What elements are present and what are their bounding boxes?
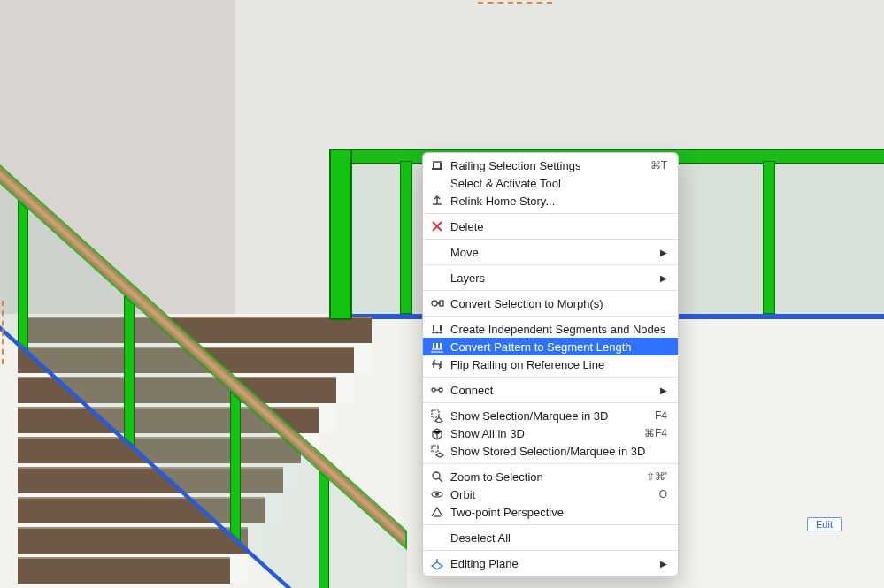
svg-rect-16 (432, 446, 438, 452)
menu-item-label: Show All in 3D (450, 427, 635, 440)
menu-item-editing-plane-submenu[interactable]: Editing Plane▶ (423, 554, 678, 572)
svg-point-14 (439, 388, 442, 392)
zoom-icon (430, 470, 444, 484)
menu-item-two-point-perspective[interactable]: Two-point Perspective (423, 503, 678, 521)
menu-item-label: Convert Selection to Morph(s) (450, 297, 667, 310)
svg-point-5 (433, 332, 435, 334)
menu-item-label: Layers (450, 271, 651, 285)
connect-icon (430, 383, 444, 397)
viewport-3d[interactable]: Edit Railing Selection Settings⌘TSelect … (0, 0, 884, 588)
svg-rect-2 (440, 163, 442, 168)
svg-rect-4 (440, 301, 443, 306)
menu-separator (423, 377, 678, 378)
svg-rect-12 (440, 343, 442, 348)
menu-item-convert-pattern-to-segment[interactable]: Convert Pattern to Segment Length (423, 338, 678, 355)
submenu-arrow-icon: ▶ (660, 248, 667, 257)
menu-item-show-selection-3d[interactable]: Show Selection/Marquee in 3DF4 (423, 407, 678, 424)
menu-item-shortcut: O (659, 488, 667, 500)
railing-post[interactable] (18, 200, 28, 351)
menu-item-label: Create Independent Segments and Nodes (450, 323, 667, 336)
menu-item-label: Orbit (450, 488, 650, 501)
menu-separator (423, 290, 678, 291)
menu-item-show-stored-selection-3d[interactable]: Show Stored Selection/Marquee in 3D (423, 442, 678, 460)
edit-button-label: Edit (816, 519, 833, 530)
menu-item-delete[interactable]: Delete (423, 218, 678, 235)
delete-x-icon (430, 219, 444, 233)
flip-railing-icon (430, 357, 444, 371)
menu-item-railing-selection-settings[interactable]: Railing Selection Settings⌘T (423, 157, 678, 174)
railing-post[interactable] (400, 161, 412, 314)
menu-item-label: Railing Selection Settings (450, 159, 642, 172)
show-selection-3d-icon (430, 409, 444, 423)
railing-post[interactable] (230, 391, 241, 542)
submenu-arrow-icon: ▶ (660, 559, 667, 569)
menu-item-shortcut: ⇧⌘' (646, 470, 667, 483)
menu-item-move-submenu[interactable]: Move▶ (423, 243, 678, 261)
menu-item-create-independent-segments[interactable]: Create Independent Segments and Nodes (423, 320, 678, 338)
railing-post[interactable] (124, 295, 135, 447)
menu-item-label: Show Stored Selection/Marquee in 3D (450, 445, 667, 458)
menu-item-label: Show Selection/Marquee in 3D (450, 409, 646, 423)
menu-item-shortcut: ⌘T (650, 159, 667, 172)
svg-rect-11 (436, 343, 438, 348)
submenu-arrow-icon: ▶ (660, 386, 667, 395)
menu-item-label: Two-point Perspective (450, 506, 667, 519)
blank-icon (430, 176, 444, 190)
svg-rect-10 (433, 343, 434, 348)
menu-item-label: Move (450, 246, 651, 259)
menu-item-label: Editing Plane (450, 557, 651, 570)
menu-item-relink-home-story[interactable]: Relink Home Story... (423, 192, 678, 210)
svg-point-17 (433, 472, 440, 479)
menu-item-convert-to-morph[interactable]: Convert Selection to Morph(s) (423, 294, 678, 312)
submenu-arrow-icon: ▶ (660, 273, 667, 283)
svg-rect-15 (432, 410, 439, 417)
menu-item-label: Convert Pattern to Segment Length (450, 340, 667, 354)
railing-newel-post[interactable] (329, 149, 352, 320)
menu-item-layers-submenu[interactable]: Layers▶ (423, 269, 678, 286)
svg-rect-9 (440, 325, 442, 331)
svg-point-18 (435, 493, 439, 496)
menu-separator (423, 463, 678, 464)
orbit-icon (430, 487, 444, 501)
menu-item-label: Select & Activate Tool (450, 177, 667, 190)
menu-item-select-activate-tool[interactable]: Select & Activate Tool (423, 174, 678, 192)
morph-convert-icon (430, 296, 444, 310)
svg-point-6 (436, 332, 439, 334)
menu-item-shortcut: ⌘F4 (644, 427, 667, 439)
show-all-3d-icon (430, 426, 444, 440)
menu-separator (423, 524, 678, 525)
menu-item-zoom-to-selection[interactable]: Zoom to Selection⇧⌘' (423, 468, 678, 485)
menu-separator (423, 264, 678, 265)
svg-rect-0 (432, 168, 442, 170)
menu-item-label: Deselect All (450, 531, 667, 545)
edit-button[interactable]: Edit (807, 517, 842, 531)
svg-point-3 (432, 301, 437, 306)
pattern-length-icon (430, 340, 444, 354)
menu-item-label: Relink Home Story... (450, 195, 667, 208)
blank-icon (430, 531, 444, 545)
menu-item-deselect-all[interactable]: Deselect All (423, 529, 678, 546)
menu-separator (423, 316, 678, 317)
menu-separator (423, 402, 678, 403)
menu-item-connect-submenu[interactable]: Connect▶ (423, 381, 678, 399)
menu-item-show-all-3d[interactable]: Show All in 3D⌘F4 (423, 424, 678, 442)
menu-item-flip-railing[interactable]: Flip Railing on Reference Line (423, 355, 678, 373)
segments-nodes-icon (430, 322, 444, 336)
railing-post[interactable] (319, 470, 329, 588)
editing-plane-icon (430, 556, 444, 570)
svg-rect-1 (433, 163, 434, 168)
svg-rect-8 (433, 325, 434, 331)
relink-story-icon (430, 194, 444, 208)
railing-post[interactable] (763, 161, 775, 314)
menu-item-orbit[interactable]: OrbitO (423, 485, 678, 503)
show-stored-3d-icon (430, 444, 444, 458)
perspective-icon (430, 505, 444, 519)
blank-icon (430, 271, 444, 285)
menu-item-label: Connect (450, 384, 651, 397)
menu-item-label: Delete (450, 220, 667, 233)
ruler-mark-icon (478, 2, 513, 9)
menu-separator (423, 239, 678, 240)
blank-icon (430, 245, 444, 259)
ruler-mark-icon (2, 329, 9, 364)
menu-item-label: Zoom to Selection (450, 470, 637, 484)
